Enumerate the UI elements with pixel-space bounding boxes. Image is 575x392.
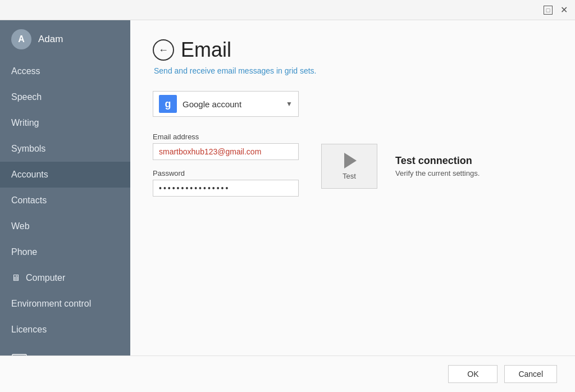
sidebar-item-computer[interactable]: 🖥 Computer [0,265,130,291]
page-header: ← Email [153,38,553,62]
app-window: □ ✕ A Adam Access Speech Writing Symbols [0,0,575,392]
back-button[interactable]: ← [153,39,174,61]
sidebar-item-label: Web [11,221,30,231]
sidebar-item-speech[interactable]: Speech [0,84,130,110]
sidebar-item-label: Phone [11,247,37,257]
test-connection-info: Test connection Verify the current setti… [395,155,480,177]
password-label: Password [153,169,299,177]
account-label: Google account [182,99,280,109]
cancel-button[interactable]: Cancel [504,365,557,383]
sidebar-item-contacts[interactable]: Contacts [0,188,130,213]
sidebar-item-access[interactable]: Access [0,58,130,84]
close-button[interactable]: ✕ [559,6,568,15]
test-connection-description: Verify the current settings. [395,169,480,177]
sidebar-item-label: Contacts [11,195,47,206]
title-bar-controls: □ ✕ [544,6,568,15]
account-selector[interactable]: g Google account ▼ [153,91,299,117]
sidebar-item-label: Environment control [11,299,91,309]
user-name: Adam [38,34,63,45]
sidebar-item-label: Speech [11,92,42,102]
computer-icon: 🖥 [11,273,20,283]
ok-button[interactable]: OK [448,365,498,383]
play-icon [344,153,357,168]
sidebar-item-licences[interactable]: Licences [0,317,130,343]
sidebar-item-environment-control[interactable]: Environment control [0,291,130,317]
test-button-label: Test [343,172,356,180]
sidebar-item-symbols[interactable]: Symbols [0,136,130,162]
sidebar-item-writing[interactable]: Writing [0,110,130,136]
sidebar-item-accounts[interactable]: Accounts [0,162,130,188]
form-fields: Email address Password [153,133,299,206]
email-input[interactable] [153,143,299,160]
footer: OK Cancel [0,355,575,392]
main-layout: A Adam Access Speech Writing Symbols Acc… [0,20,575,355]
content-area: ← Email Send and receive email messages … [130,20,575,355]
sidebar-item-label: Access [11,66,40,76]
page-title: Email [181,38,231,62]
user-section: A Adam [0,20,130,58]
sidebar-item-label: Symbols [11,144,45,154]
email-label: Email address [153,133,299,141]
form-section: Email address Password Test Test connect… [153,133,553,206]
google-icon: g [159,95,177,113]
sidebar-item-label: Computer [26,273,65,283]
sidebar-item-label: Accounts [11,170,48,180]
keyboard-section: ⌨ [0,343,130,355]
sidebar: A Adam Access Speech Writing Symbols Acc… [0,20,130,355]
sidebar-item-web[interactable]: Web [0,213,130,239]
keyboard-icon: ⌨ [11,352,28,355]
chevron-down-icon: ▼ [286,100,293,108]
sidebar-item-label: Licences [11,325,47,335]
test-button[interactable]: Test [321,144,377,189]
page-subtitle: Send and receive email messages in grid … [154,66,553,75]
title-bar: □ ✕ [0,0,575,20]
password-input[interactable] [153,180,299,197]
sidebar-item-label: Writing [11,118,39,128]
avatar: A [11,29,31,49]
minimize-button[interactable]: □ [544,6,553,15]
test-connection-title: Test connection [395,155,480,167]
sidebar-item-phone[interactable]: Phone [0,239,130,265]
